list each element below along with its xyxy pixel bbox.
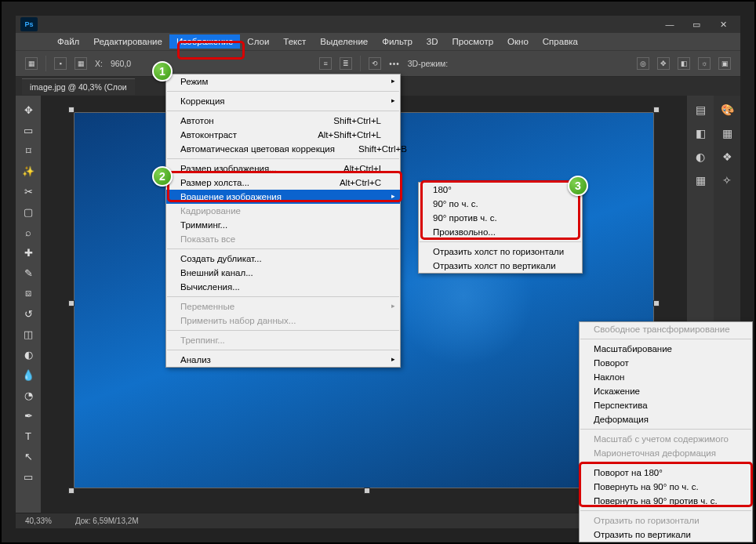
- menu-image[interactable]: Изображение: [169, 34, 240, 49]
- crop-tool-icon[interactable]: ✂: [18, 182, 38, 201]
- menu-apply-image[interactable]: Внешний канал...: [166, 266, 400, 280]
- rotate-180[interactable]: 180°: [419, 183, 582, 197]
- menu-trim[interactable]: Тримминг...: [166, 218, 400, 232]
- channels-panel-icon[interactable]: ▦: [696, 174, 706, 187]
- history-panel-icon[interactable]: ▤: [696, 103, 706, 116]
- menu-autocolor[interactable]: Автоматическая цветовая коррекцияShift+C…: [166, 142, 400, 156]
- color-panel-icon[interactable]: 🎨: [721, 103, 734, 116]
- x-value[interactable]: 960,0: [111, 59, 131, 68]
- path-tool-icon[interactable]: ↖: [18, 447, 38, 466]
- handle-top-right[interactable]: [653, 107, 660, 113]
- rotate-90ccw[interactable]: 90° против ч. с.: [419, 211, 582, 225]
- handle-bottom[interactable]: [364, 488, 370, 494]
- adjustments-panel-icon[interactable]: ◐: [696, 151, 705, 163]
- menu-view[interactable]: Просмотр: [445, 34, 501, 49]
- layers-panel-icon[interactable]: ❖: [722, 151, 732, 163]
- ctx-perspective[interactable]: Перспектива: [580, 398, 752, 412]
- type-tool-icon[interactable]: T: [18, 426, 38, 445]
- swatches-panel-icon[interactable]: ▦: [722, 127, 732, 140]
- menu-analysis[interactable]: Анализ▸: [166, 353, 400, 367]
- titlebar: Ps — ▭ ✕: [16, 16, 740, 33]
- ctx-warp[interactable]: Деформация: [580, 412, 752, 426]
- menu-apply-dataset: Применить набор данных...: [166, 314, 400, 328]
- align-v-icon[interactable]: ≣: [340, 57, 352, 70]
- flip-horizontal[interactable]: Отразить холст по горизонтали: [419, 245, 582, 259]
- ctx-distort[interactable]: Искажение: [580, 384, 752, 398]
- ctx-rotate-90ccw[interactable]: Повернуть на 90° против ч. с.: [580, 494, 752, 508]
- menu-image-size[interactable]: Размер изображения...Alt+Ctrl+I: [166, 161, 400, 176]
- menu-filter[interactable]: Фильтр: [375, 34, 420, 49]
- ctx-rotate-90cw[interactable]: Повернуть на 90° по ч. с.: [580, 480, 752, 494]
- menu-correction[interactable]: Коррекция▸: [166, 94, 400, 108]
- menu-autotone[interactable]: АвтотонShift+Ctrl+L: [166, 114, 400, 128]
- ctx-scale[interactable]: Масштабирование: [580, 342, 752, 356]
- ctx-rotate-180[interactable]: Поворот на 180°: [580, 466, 752, 480]
- menu-file[interactable]: Файл: [50, 34, 86, 49]
- constrain-icon[interactable]: ⟲: [369, 57, 381, 70]
- frame-tool-icon[interactable]: ▢: [18, 202, 38, 221]
- menu-rotate-image[interactable]: Вращение изображения▸: [166, 190, 400, 204]
- menu-calculations[interactable]: Вычисления...: [166, 280, 400, 294]
- zoom-level[interactable]: 40,33%: [25, 517, 52, 525]
- menu-autocontrast[interactable]: АвтоконтрастAlt+Shift+Ctrl+L: [166, 128, 400, 142]
- brush-tool-icon[interactable]: ✎: [18, 263, 38, 282]
- ctx-flip-v[interactable]: Отразить по вертикали: [580, 528, 752, 542]
- menu-trap: Треппинг...: [166, 333, 400, 347]
- heal-tool-icon[interactable]: ✚: [18, 243, 38, 262]
- menu-layers[interactable]: Слои: [240, 34, 276, 49]
- wand-tool-icon[interactable]: ✨: [18, 161, 38, 180]
- close-button[interactable]: ✕: [714, 17, 732, 31]
- eyedropper-tool-icon[interactable]: ⌕: [18, 223, 38, 241]
- more-icon[interactable]: •••: [389, 60, 400, 68]
- ctx-content-aware: Масштаб с учетом содержимого: [580, 432, 752, 446]
- ref-point-icon[interactable]: ▪: [54, 57, 67, 70]
- dolly-icon[interactable]: ◧: [678, 57, 690, 70]
- rotate-90cw[interactable]: 90° по ч. с.: [419, 197, 582, 211]
- align-h-icon[interactable]: ≡: [319, 57, 332, 70]
- handle-bottom-left[interactable]: [68, 488, 75, 494]
- flip-vertical[interactable]: Отразить холст по вертикали: [419, 259, 582, 273]
- gradient-tool-icon[interactable]: ◐: [18, 345, 38, 364]
- rotate-arbitrary[interactable]: Произвольно...: [419, 225, 582, 239]
- menu-edit[interactable]: Редактирование: [86, 34, 169, 49]
- options-bar: ▦ ▪ ▦ X: 960,0 ≡ ≣ ⟲ ••• 3D-режим: ◎ ✥ ◧…: [16, 50, 740, 77]
- handle-right[interactable]: [653, 300, 660, 306]
- ctx-skew[interactable]: Наклон: [580, 370, 752, 384]
- handle-left[interactable]: [68, 300, 75, 306]
- pen-tool-icon[interactable]: ✒: [18, 406, 38, 425]
- eraser-tool-icon[interactable]: ◫: [18, 325, 38, 343]
- paths-panel-icon[interactable]: ✧: [722, 174, 732, 187]
- menu-select[interactable]: Выделение: [313, 34, 375, 49]
- ctx-free-transform: Свободное трансформирование: [580, 322, 752, 336]
- menu-3d[interactable]: 3D: [420, 34, 445, 49]
- menu-canvas-size[interactable]: Размер холста...Alt+Ctrl+C: [166, 176, 400, 190]
- shape-tool-icon[interactable]: ▭: [18, 467, 38, 486]
- light-icon[interactable]: ☼: [698, 57, 711, 70]
- maximize-button[interactable]: ▭: [687, 17, 706, 31]
- menu-help[interactable]: Справка: [536, 34, 585, 49]
- move-tool-icon[interactable]: ✥: [18, 100, 38, 119]
- orbit-icon[interactable]: ◎: [637, 57, 649, 70]
- minimize-button[interactable]: —: [660, 17, 679, 31]
- image-menu-dropdown: Режим▸ Коррекция▸ АвтотонShift+Ctrl+L Ав…: [165, 74, 401, 368]
- pan-icon[interactable]: ✥: [657, 57, 670, 70]
- menu-window[interactable]: Окно: [500, 34, 536, 49]
- marquee-tool-icon[interactable]: ▭: [18, 121, 38, 140]
- lasso-tool-icon[interactable]: ⌑: [18, 141, 38, 160]
- blur-tool-icon[interactable]: 💧: [18, 365, 38, 384]
- render-icon[interactable]: ▣: [718, 57, 731, 70]
- app-logo: Ps: [20, 17, 38, 31]
- document-tab[interactable]: image.jpg @ 40,3% (Слои: [22, 78, 135, 95]
- properties-panel-icon[interactable]: ◧: [696, 127, 706, 140]
- grid-icon[interactable]: ▦: [75, 57, 87, 70]
- history-brush-icon[interactable]: ↺: [18, 304, 38, 323]
- dodge-tool-icon[interactable]: ◔: [18, 386, 38, 404]
- annotation-badge-1: 1: [152, 61, 173, 82]
- menu-mode[interactable]: Режим▸: [166, 74, 400, 89]
- handle-top-left[interactable]: [68, 107, 75, 113]
- menu-duplicate[interactable]: Создать дубликат...: [166, 252, 400, 266]
- tool-preset-icon[interactable]: ▦: [25, 57, 38, 70]
- stamp-tool-icon[interactable]: ⧇: [18, 284, 38, 303]
- menu-text[interactable]: Текст: [276, 34, 313, 49]
- ctx-rotate[interactable]: Поворот: [580, 356, 752, 370]
